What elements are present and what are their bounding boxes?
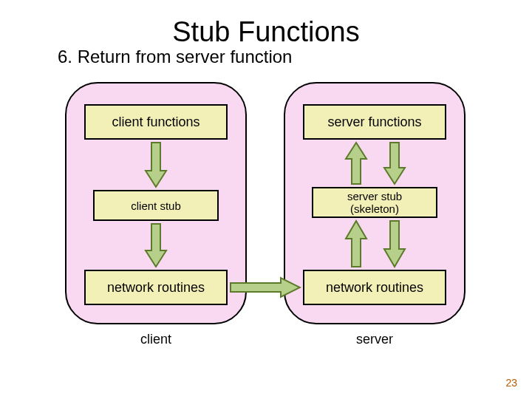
- box-server-stub: server stub (skeleton): [312, 187, 437, 218]
- box-client-network: network routines: [84, 270, 228, 305]
- svg-marker-2: [346, 143, 366, 184]
- svg-marker-5: [384, 221, 405, 267]
- box-server-network: network routines: [303, 270, 446, 305]
- caption-server: server: [338, 332, 412, 347]
- box-client-stub: client stub: [93, 190, 219, 221]
- slide-title: Stub Functions: [0, 16, 532, 48]
- slide-subtitle: 6. Return from server function: [58, 47, 532, 67]
- page-number: 23: [505, 377, 517, 389]
- server-stub-line1: server stub: [347, 190, 402, 202]
- svg-marker-3: [384, 143, 405, 184]
- arrow-down-icon: [144, 222, 168, 268]
- svg-marker-1: [146, 224, 166, 267]
- svg-marker-4: [346, 221, 366, 267]
- arrow-right-icon: [229, 276, 301, 299]
- arrow-up-icon: [344, 219, 368, 268]
- box-server-functions: server functions: [303, 104, 446, 140]
- arrow-down-icon: [144, 141, 168, 188]
- arrow-up-icon: [344, 141, 368, 185]
- diagram-stage: client functions client stub network rou…: [0, 75, 532, 355]
- server-stub-line2: (skeleton): [350, 202, 399, 215]
- svg-marker-6: [231, 278, 300, 297]
- arrow-down-icon: [383, 141, 406, 185]
- arrow-down-icon: [383, 219, 406, 268]
- caption-client: client: [119, 332, 193, 347]
- box-client-functions: client functions: [84, 104, 228, 140]
- svg-marker-0: [146, 143, 166, 187]
